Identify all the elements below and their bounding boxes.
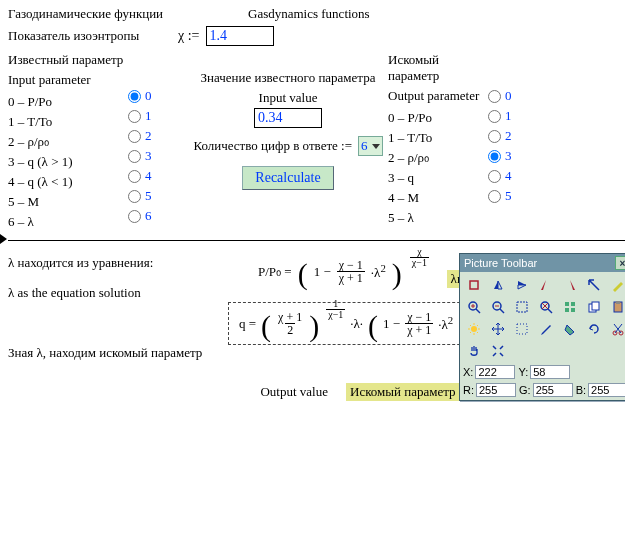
output-option-label: 3 – q <box>388 168 488 188</box>
svg-rect-10 <box>592 302 599 310</box>
lambda-equation-label-ru: λ находится из уравнения: <box>8 255 228 271</box>
arrow-nw-icon[interactable] <box>583 275 605 295</box>
hand-icon[interactable] <box>463 341 485 361</box>
output-option-label: 2 – ρ/ρ₀ <box>388 148 488 168</box>
rgb-row: R: G: B: <box>460 382 625 400</box>
title-ru: Газодинамические функции <box>8 6 208 22</box>
lambda-equation-label-en: λ as the equation solution <box>8 285 228 301</box>
zoom-out-icon[interactable] <box>487 297 509 317</box>
sought-param-heading-en: Output parameter <box>388 88 488 104</box>
svg-rect-6 <box>571 302 575 306</box>
known-lambda-label: Зная λ, находим искомый параметр <box>8 345 228 361</box>
close-icon[interactable]: × <box>615 256 625 270</box>
input-option-label: 5 – M <box>8 192 128 212</box>
known-param-heading-en: Input parameter <box>8 72 128 88</box>
paste-icon[interactable] <box>607 297 625 317</box>
flip-v-icon[interactable] <box>511 275 533 295</box>
svg-point-13 <box>471 326 477 332</box>
sought-param-heading-ru: Искомый параметр <box>388 52 488 84</box>
fill-icon[interactable] <box>559 319 581 339</box>
eyedropper-icon[interactable] <box>535 319 557 339</box>
input-radio-1[interactable]: 1 <box>128 106 188 126</box>
input-option-label: 1 – T/To <box>8 112 128 132</box>
triangle-marker-icon <box>0 234 7 244</box>
input-radio-2[interactable]: 2 <box>128 126 188 146</box>
output-option-label: 4 – M <box>388 188 488 208</box>
coord-y-input[interactable] <box>530 365 570 379</box>
input-radio-0[interactable]: 0 <box>128 86 188 106</box>
output-radio-2[interactable]: 2 <box>488 126 548 146</box>
rgb-g-input[interactable] <box>533 383 573 397</box>
svg-rect-3 <box>517 302 527 312</box>
output-option-label: 5 – λ <box>388 208 488 228</box>
rotate-right-icon[interactable] <box>559 275 581 295</box>
digits-label: Количество цифр в ответе := <box>193 138 352 154</box>
title-en: Gasdynamics functions <box>248 6 428 22</box>
move-icon[interactable] <box>487 319 509 339</box>
input-option-label: 3 – q (λ > 1) <box>8 152 128 172</box>
svg-rect-12 <box>616 301 620 304</box>
output-option-label: 0 – P/Po <box>388 108 488 128</box>
input-value-label-ru: Значение известного параметра <box>188 70 388 86</box>
grid-icon[interactable] <box>559 297 581 317</box>
output-option-label: 1 – T/To <box>388 128 488 148</box>
input-value-field[interactable] <box>254 108 322 128</box>
output-radio-4[interactable]: 4 <box>488 166 548 186</box>
input-option-label: 4 – q (λ < 1) <box>8 172 128 192</box>
toolbar-title-text: Picture Toolbar <box>464 257 537 269</box>
chi-input[interactable] <box>206 26 274 46</box>
output-radio-3[interactable]: 3 <box>488 146 548 166</box>
zoom-cancel-icon[interactable] <box>535 297 557 317</box>
coord-x-input[interactable] <box>475 365 515 379</box>
output-radio-1[interactable]: 1 <box>488 106 548 126</box>
divider <box>8 240 625 241</box>
svg-rect-0 <box>470 281 478 289</box>
svg-rect-8 <box>571 308 575 312</box>
isoentropy-label: Показатель изоэнтропы <box>8 28 178 44</box>
coordinates-row: X: Y: <box>460 364 625 382</box>
cut-icon[interactable] <box>607 319 625 339</box>
input-radio-4[interactable]: 4 <box>128 166 188 186</box>
toolbar-titlebar[interactable]: Picture Toolbar × <box>460 254 625 272</box>
svg-rect-5 <box>565 302 569 306</box>
input-option-label: 0 – P/Po <box>8 92 128 112</box>
rgb-b-input[interactable] <box>588 383 625 397</box>
recalculate-button[interactable]: Recalculate <box>242 166 333 190</box>
output-value-label: Output value <box>8 384 346 400</box>
pencil-icon[interactable] <box>607 275 625 295</box>
input-option-label: 2 – ρ/ρ₀ <box>8 132 128 152</box>
brightness-icon[interactable] <box>463 319 485 339</box>
contract-icon[interactable] <box>487 341 509 361</box>
svg-rect-14 <box>517 324 527 334</box>
crop-icon[interactable] <box>463 275 485 295</box>
flip-h-icon[interactable] <box>487 275 509 295</box>
input-option-label: 6 – λ <box>8 212 128 232</box>
chi-symbol: χ := <box>178 28 200 44</box>
select-region-icon[interactable] <box>511 297 533 317</box>
input-radio-5[interactable]: 5 <box>128 186 188 206</box>
svg-rect-7 <box>565 308 569 312</box>
zoom-in-icon[interactable] <box>463 297 485 317</box>
undo-icon[interactable] <box>583 319 605 339</box>
output-radio-5[interactable]: 5 <box>488 186 548 206</box>
rotate-left-icon[interactable] <box>535 275 557 295</box>
input-value-label-en: Input value <box>188 90 388 106</box>
known-param-heading-ru: Известный параметр <box>8 52 128 68</box>
rgb-r-input[interactable] <box>476 383 516 397</box>
input-radio-6[interactable]: 6 <box>128 206 188 226</box>
input-radio-3[interactable]: 3 <box>128 146 188 166</box>
marquee-icon[interactable] <box>511 319 533 339</box>
copy-icon[interactable] <box>583 297 605 317</box>
output-radio-0[interactable]: 0 <box>488 86 548 106</box>
digits-dropdown[interactable]: 6 <box>358 136 383 156</box>
chevron-down-icon <box>372 144 380 149</box>
picture-toolbar[interactable]: Picture Toolbar × X: Y: R: G: B: <box>459 253 625 401</box>
